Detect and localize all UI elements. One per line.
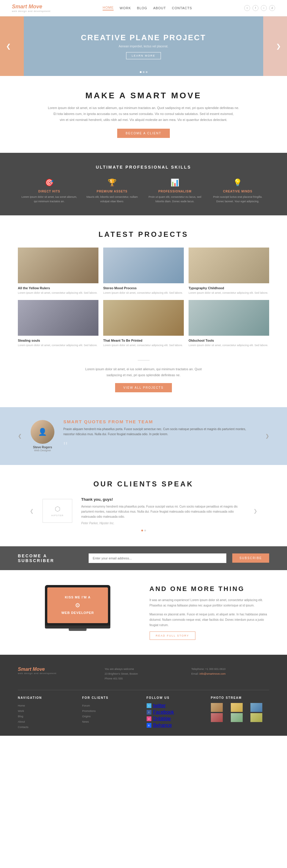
footer-tel-info: Telephone: +1 300 601-0610 Email: info@s…: [191, 666, 269, 676]
instagram-icon[interactable]: i: [261, 5, 267, 11]
logo-title: Smart Move: [12, 4, 50, 10]
project-thumb-2: [103, 248, 184, 283]
skill-name-3: PROFESSIONALISM: [147, 190, 204, 193]
one-more-para1: It was an amazing experience! Lorem ipsu…: [150, 597, 270, 608]
nav-about[interactable]: ABOUT: [153, 6, 166, 10]
hero-learn-more-button[interactable]: LEARN MORE: [126, 52, 161, 59]
laptop: KISS ME I'M A ⚙ WEB DEVELOPER: [45, 585, 110, 631]
project-item-5[interactable]: That Meant To Be Printed Lorem ipsum dol…: [103, 300, 184, 348]
twitter-link[interactable]: twitter: [153, 703, 166, 708]
testimonial-heading: SMART QUOTES FROM THE TEAM: [63, 419, 256, 424]
laptop-base: [45, 625, 110, 628]
subscribe-label: BECOME A SUBSCRIBER: [18, 553, 83, 563]
clients-next-arrow[interactable]: ❯: [253, 508, 257, 514]
professionalism-icon: 📊: [147, 179, 204, 187]
footer-photo-title: PHOTO STREAM: [211, 696, 269, 700]
view-all-projects-button[interactable]: VIEW ALL PROJECTS: [115, 383, 172, 392]
laptop-text-line2: WEB DEVELOPER: [61, 610, 94, 616]
clients-prev-arrow[interactable]: ❮: [30, 508, 34, 514]
skill-desc-2: Mauris elit, lobortis sed consectetur, n…: [83, 195, 140, 204]
facebook-link[interactable]: Facebook: [153, 710, 174, 715]
one-more-para2: Maecenas ex placerat ante. Fusce et nequ…: [150, 612, 270, 628]
hero-subtitle: Aenean imperdiet, lectus vel placerat.: [119, 45, 168, 48]
footer-photo-3[interactable]: [250, 703, 262, 712]
nav-home[interactable]: HOME: [103, 6, 114, 10]
footer-clients-title: FOR CLIENTS: [82, 696, 140, 700]
footer-logo: Smart Move web design and development: [18, 666, 96, 681]
footer-photo-5[interactable]: [231, 713, 243, 722]
laptop-wrap: KISS ME I'M A ⚙ WEB DEVELOPER: [18, 585, 138, 631]
projects-title: LATEST PROJECTS: [18, 230, 269, 239]
nav-contacts[interactable]: CONTACTS: [172, 6, 192, 10]
testimonial-prev-arrow[interactable]: ❮: [18, 433, 22, 439]
footer-photo-1[interactable]: [211, 703, 223, 712]
view-all-projects-wrap: VIEW ALL PROJECTS: [18, 383, 269, 392]
read-full-story-button[interactable]: READ FULL STORY: [150, 631, 195, 640]
project-item-2[interactable]: Stereo Mood Process Lorem ipsum dolor si…: [103, 248, 184, 295]
footer-nav-about[interactable]: About: [18, 719, 76, 724]
nav-blog[interactable]: BLOG: [137, 6, 147, 10]
behance-social-icon: B: [147, 723, 151, 728]
footer-email-link[interactable]: info@smartmove.com: [200, 672, 226, 675]
footer-social-twitter[interactable]: t twitter: [147, 703, 205, 708]
project-title-4: Stealing souls: [18, 339, 99, 342]
project-item-1[interactable]: All the Yellow Rulers Lorem ipsum dolor …: [18, 248, 99, 295]
become-client-button[interactable]: BECOME A CLIENT: [117, 129, 170, 138]
social-icons: t f i d: [244, 5, 275, 11]
projects-grid: All the Yellow Rulers Lorem ipsum dolor …: [18, 248, 269, 347]
behance-link[interactable]: Behance: [153, 723, 172, 728]
skill-name-4: CREATIVE MINDS: [209, 190, 266, 193]
hero-title: CREATIVE PLANE PROJECT: [81, 33, 206, 42]
footer-client-origins[interactable]: Origins: [82, 714, 140, 719]
footer-social-behance[interactable]: B Behance: [147, 723, 205, 728]
footer-nav-blog[interactable]: Blog: [18, 714, 76, 719]
client-review: Thank you, guys! Aenean nonummy hendreri…: [81, 497, 245, 525]
footer-clients-col: FOR CLIENTS Forum Promotions Origins New…: [82, 696, 140, 730]
client-review-title: Thank you, guys!: [81, 497, 245, 502]
footer-nav-home[interactable]: Home: [18, 703, 76, 708]
subscribe-email-input[interactable]: [88, 553, 226, 563]
project-item-6[interactable]: Oldschool Tools Lorem ipsum dolor sit am…: [188, 300, 269, 348]
footer-follow-col: FOLLOW US t twitter f Facebook d Dribbbl…: [147, 696, 205, 730]
logo[interactable]: Smart Move web design and development: [12, 4, 50, 12]
testimonial-next-arrow[interactable]: ❯: [265, 433, 269, 439]
project-desc-6: Lorem ipsum dolor sit amet, consectetur …: [188, 343, 269, 348]
hero-next-arrow[interactable]: ❯: [276, 42, 281, 50]
creative-minds-icon: 💡: [209, 179, 266, 187]
footer-top: Smart Move web design and development Yo…: [18, 666, 269, 681]
hero-dot-1[interactable]: [140, 71, 142, 73]
subscribe-button[interactable]: SUBSCRIBE: [232, 553, 269, 563]
hero-dot-2[interactable]: [143, 71, 145, 73]
clients-dot-1[interactable]: [141, 530, 143, 531]
footer-photo-col: PHOTO STREAM: [211, 696, 269, 730]
smart-move-body: Lorem ipsum dolor sit amet, ei ius solet…: [36, 105, 251, 123]
project-desc-2: Lorem ipsum dolor sit amet, consectetur …: [103, 291, 184, 295]
project-item-3[interactable]: Typography Childhood Lorem ipsum dolor s…: [188, 248, 269, 295]
quote-marks: ": [63, 440, 256, 453]
hero-right-panel: [263, 17, 287, 76]
testimonial-body: Praoin aliquam hendrerit mia phasellus p…: [63, 427, 256, 437]
dribbble-link[interactable]: Dribbble: [153, 716, 171, 721]
dribbble-icon[interactable]: d: [269, 5, 275, 11]
footer-photo-6[interactable]: [250, 713, 262, 722]
footer-nav-work[interactable]: Work: [18, 708, 76, 714]
clients-dot-2[interactable]: [144, 530, 146, 531]
project-item-4[interactable]: Stealing souls Lorem ipsum dolor sit ame…: [18, 300, 99, 348]
footer-nav-contacts[interactable]: Contacts: [18, 724, 76, 730]
clients-title: OUR CLIENTS SPEAK: [30, 480, 257, 488]
footer-client-news[interactable]: News: [82, 719, 140, 724]
footer-photo-2[interactable]: [231, 703, 243, 712]
footer-social-facebook[interactable]: f Facebook: [147, 710, 205, 715]
hero-section: ❮ CREATIVE PLANE PROJECT Aenean imperdie…: [0, 17, 287, 76]
hero-prev-arrow[interactable]: ❮: [6, 42, 11, 50]
twitter-icon[interactable]: t: [244, 5, 250, 11]
hero-dot-3[interactable]: [146, 71, 147, 73]
footer-client-promotions[interactable]: Promotions: [82, 708, 140, 714]
footer-client-forum[interactable]: Forum: [82, 703, 140, 708]
footer-social-dribbble[interactable]: d Dribbble: [147, 716, 205, 721]
nav-work[interactable]: WORK: [119, 6, 131, 10]
facebook-icon[interactable]: f: [252, 5, 258, 11]
footer-photo-4[interactable]: [211, 713, 223, 722]
project-thumb-3: [188, 248, 269, 283]
laptop-text-line1: KISS ME I'M A: [65, 594, 91, 600]
